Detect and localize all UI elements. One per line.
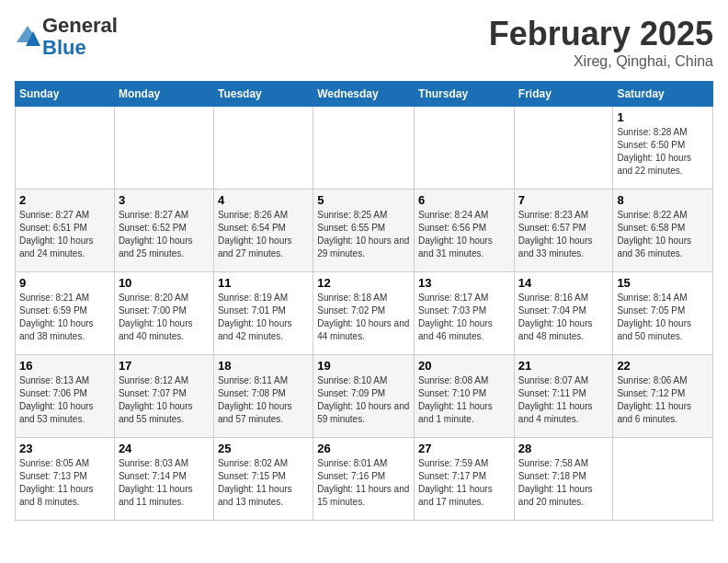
day-info: Sunrise: 8:23 AM Sunset: 6:57 PM Dayligh… [518,209,609,260]
calendar-cell: 22Sunrise: 8:06 AM Sunset: 7:12 PM Dayli… [613,355,713,438]
calendar-table: SundayMondayTuesdayWednesdayThursdayFrid… [15,81,713,521]
day-number: 19 [317,359,410,373]
calendar-week-4: 16Sunrise: 8:13 AM Sunset: 7:06 PM Dayli… [16,355,713,438]
calendar-cell: 2Sunrise: 8:27 AM Sunset: 6:51 PM Daylig… [16,190,115,272]
calendar-cell [613,438,713,521]
calendar-cell: 25Sunrise: 8:02 AM Sunset: 7:15 PM Dayli… [213,438,313,521]
day-number: 8 [617,193,709,207]
day-info: Sunrise: 8:11 AM Sunset: 7:08 PM Dayligh… [218,374,309,426]
day-info: Sunrise: 7:58 AM Sunset: 7:18 PM Dayligh… [518,457,609,509]
calendar-week-1: 1Sunrise: 8:28 AM Sunset: 6:50 PM Daylig… [16,107,713,190]
calendar-cell: 20Sunrise: 8:08 AM Sunset: 7:10 PM Dayli… [415,355,515,438]
calendar-header-row: SundayMondayTuesdayWednesdayThursdayFrid… [16,82,713,107]
month-title: February 2025 [489,15,713,53]
calendar-cell: 21Sunrise: 8:07 AM Sunset: 7:11 PM Dayli… [514,355,613,438]
day-number: 10 [119,276,210,290]
calendar-cell [514,107,613,190]
calendar-cell: 14Sunrise: 8:16 AM Sunset: 7:04 PM Dayli… [514,272,613,355]
calendar-cell: 7Sunrise: 8:23 AM Sunset: 6:57 PM Daylig… [514,190,613,272]
day-info: Sunrise: 7:59 AM Sunset: 7:17 PM Dayligh… [418,457,510,509]
day-info: Sunrise: 8:27 AM Sunset: 6:51 PM Dayligh… [19,209,110,260]
calendar-cell: 12Sunrise: 8:18 AM Sunset: 7:02 PM Dayli… [313,272,415,355]
logo: General Blue [15,15,118,59]
weekday-header-wednesday: Wednesday [313,82,415,107]
day-number: 2 [19,193,110,207]
calendar-cell: 11Sunrise: 8:19 AM Sunset: 7:01 PM Dayli… [213,272,313,355]
day-number: 6 [418,193,510,207]
weekday-header-thursday: Thursday [415,82,515,107]
day-number: 15 [617,276,709,290]
calendar-cell [313,107,415,190]
day-info: Sunrise: 8:17 AM Sunset: 7:03 PM Dayligh… [418,292,510,343]
day-number: 23 [19,442,110,455]
day-info: Sunrise: 8:01 AM Sunset: 7:16 PM Dayligh… [317,457,410,509]
calendar-cell: 8Sunrise: 8:22 AM Sunset: 6:58 PM Daylig… [613,190,713,272]
day-number: 28 [518,442,609,455]
day-info: Sunrise: 8:20 AM Sunset: 7:00 PM Dayligh… [119,292,210,343]
day-info: Sunrise: 8:10 AM Sunset: 7:09 PM Dayligh… [317,374,410,426]
calendar-cell: 1Sunrise: 8:28 AM Sunset: 6:50 PM Daylig… [613,107,713,190]
day-number: 1 [617,110,709,124]
day-number: 20 [418,359,510,373]
day-info: Sunrise: 8:22 AM Sunset: 6:58 PM Dayligh… [617,209,709,260]
calendar-cell: 10Sunrise: 8:20 AM Sunset: 7:00 PM Dayli… [114,272,213,355]
weekday-header-saturday: Saturday [613,82,713,107]
weekday-header-tuesday: Tuesday [213,82,313,107]
day-info: Sunrise: 8:13 AM Sunset: 7:06 PM Dayligh… [19,374,110,426]
calendar-cell: 3Sunrise: 8:27 AM Sunset: 6:52 PM Daylig… [114,190,213,272]
day-info: Sunrise: 8:12 AM Sunset: 7:07 PM Dayligh… [119,374,210,426]
calendar-week-3: 9Sunrise: 8:21 AM Sunset: 6:59 PM Daylig… [16,272,713,355]
day-info: Sunrise: 8:16 AM Sunset: 7:04 PM Dayligh… [518,292,609,343]
weekday-header-sunday: Sunday [16,82,115,107]
day-number: 7 [518,193,609,207]
calendar-cell: 15Sunrise: 8:14 AM Sunset: 7:05 PM Dayli… [613,272,713,355]
calendar-cell: 23Sunrise: 8:05 AM Sunset: 7:13 PM Dayli… [16,438,115,521]
calendar-cell: 18Sunrise: 8:11 AM Sunset: 7:08 PM Dayli… [213,355,313,438]
day-number: 24 [119,442,210,455]
day-number: 11 [218,276,309,290]
calendar-week-5: 23Sunrise: 8:05 AM Sunset: 7:13 PM Dayli… [16,438,713,521]
day-info: Sunrise: 8:28 AM Sunset: 6:50 PM Dayligh… [617,126,709,178]
day-info: Sunrise: 8:06 AM Sunset: 7:12 PM Dayligh… [617,374,709,426]
calendar-cell: 16Sunrise: 8:13 AM Sunset: 7:06 PM Dayli… [16,355,115,438]
day-info: Sunrise: 8:07 AM Sunset: 7:11 PM Dayligh… [518,374,609,426]
day-info: Sunrise: 8:05 AM Sunset: 7:13 PM Dayligh… [19,457,110,509]
day-info: Sunrise: 8:26 AM Sunset: 6:54 PM Dayligh… [218,209,309,260]
calendar-cell: 9Sunrise: 8:21 AM Sunset: 6:59 PM Daylig… [16,272,115,355]
logo-blue-text: Blue [42,36,86,59]
calendar-cell: 24Sunrise: 8:03 AM Sunset: 7:14 PM Dayli… [114,438,213,521]
day-info: Sunrise: 8:21 AM Sunset: 6:59 PM Dayligh… [19,292,110,343]
weekday-header-monday: Monday [114,82,213,107]
page-header: General Blue February 2025 Xireg, Qingha… [15,15,713,70]
calendar-cell: 26Sunrise: 8:01 AM Sunset: 7:16 PM Dayli… [313,438,415,521]
title-block: February 2025 Xireg, Qinghai, China [489,15,713,70]
calendar-cell [114,107,213,190]
day-number: 4 [218,193,309,207]
day-info: Sunrise: 8:25 AM Sunset: 6:55 PM Dayligh… [317,209,410,260]
day-number: 3 [119,193,210,207]
location-subtitle: Xireg, Qinghai, China [489,53,713,70]
day-info: Sunrise: 8:14 AM Sunset: 7:05 PM Dayligh… [617,292,709,343]
day-number: 27 [418,442,510,455]
calendar-cell: 17Sunrise: 8:12 AM Sunset: 7:07 PM Dayli… [114,355,213,438]
day-info: Sunrise: 8:08 AM Sunset: 7:10 PM Dayligh… [418,374,510,426]
day-info: Sunrise: 8:18 AM Sunset: 7:02 PM Dayligh… [317,292,410,343]
calendar-cell [213,107,313,190]
calendar-week-2: 2Sunrise: 8:27 AM Sunset: 6:51 PM Daylig… [16,190,713,272]
calendar-cell [16,107,115,190]
day-number: 18 [218,359,309,373]
calendar-cell: 13Sunrise: 8:17 AM Sunset: 7:03 PM Dayli… [415,272,515,355]
day-number: 12 [317,276,410,290]
day-number: 5 [317,193,410,207]
day-number: 26 [317,442,410,455]
logo-icon [15,24,40,50]
day-info: Sunrise: 8:19 AM Sunset: 7:01 PM Dayligh… [218,292,309,343]
day-number: 13 [418,276,510,290]
day-number: 14 [518,276,609,290]
calendar-cell: 6Sunrise: 8:24 AM Sunset: 6:56 PM Daylig… [415,190,515,272]
calendar-cell: 19Sunrise: 8:10 AM Sunset: 7:09 PM Dayli… [313,355,415,438]
day-number: 17 [119,359,210,373]
calendar-cell: 4Sunrise: 8:26 AM Sunset: 6:54 PM Daylig… [213,190,313,272]
calendar-cell: 27Sunrise: 7:59 AM Sunset: 7:17 PM Dayli… [415,438,515,521]
day-number: 9 [19,276,110,290]
